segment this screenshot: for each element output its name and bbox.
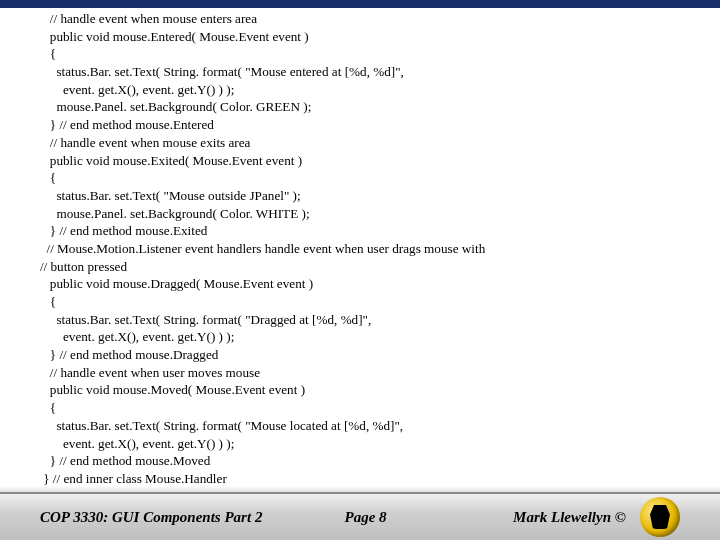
footer-content: COP 3330: GUI Components Part 2 Page 8 M… (0, 497, 720, 537)
footer-course: COP 3330: GUI Components Part 2 (40, 509, 300, 526)
footer-author: Mark Llewellyn © (431, 509, 634, 526)
top-accent-bar (0, 0, 720, 8)
footer-page: Page 8 (300, 509, 430, 526)
ucf-logo-icon (640, 497, 680, 537)
code-block: // handle event when mouse enters area p… (30, 10, 700, 480)
slide: // handle event when mouse enters area p… (0, 0, 720, 540)
footer-bar: COP 3330: GUI Components Part 2 Page 8 M… (0, 492, 720, 540)
